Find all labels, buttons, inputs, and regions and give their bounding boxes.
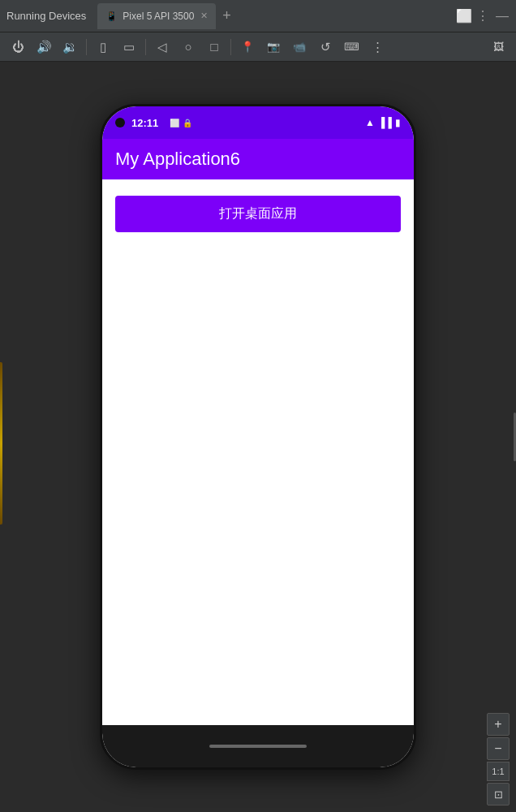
zoom-in-button[interactable]: + [487,713,510,736]
menu-button[interactable]: ⋮ [475,8,490,24]
home-button[interactable]: ○ [177,36,200,58]
rotate-portrait-button[interactable]: ▯ [92,36,114,58]
location-button[interactable]: 📍 [236,36,259,58]
lock-icon: 🔒 [183,119,192,127]
app-content: 打开桌面应用 [102,179,414,725]
screen-record-icon: ⬜ [170,119,179,127]
back-button[interactable]: ◁ [151,36,174,58]
replay-button[interactable]: ↺ [314,36,337,58]
separator-3 [230,39,231,55]
app-title: Running Devices [6,10,86,22]
signal-icon: ▐▐ [378,117,392,128]
home-indicator [209,745,307,748]
zoom-controls: + − 1:1 ⊡ [487,713,510,806]
open-desktop-app-button[interactable]: 打开桌面应用 [115,196,401,232]
screenshot-button[interactable]: 🖼 [487,36,510,58]
status-time: 12:11 [131,117,158,129]
more-options-button[interactable]: ⋮ [366,36,389,58]
zoom-fit-button[interactable]: ⊡ [487,783,510,806]
left-edge-indicator [0,362,2,525]
status-bar: 12:11 ⬜ 🔒 ▲ ▐▐ ▮ [102,106,414,139]
tab-close-button[interactable]: ✕ [200,11,208,21]
phone-screen: 12:11 ⬜ 🔒 ▲ ▐▐ ▮ My Application6 打开桌 [102,106,414,767]
zoom-out-button[interactable]: − [487,737,510,760]
phone-frame: 12:11 ⬜ 🔒 ▲ ▐▐ ▮ My Application6 打开桌 [100,104,416,770]
maximize-button[interactable]: ⬜ [456,8,471,24]
add-tab-button[interactable]: + [222,7,231,24]
status-bar-left: 12:11 ⬜ 🔒 [115,117,192,129]
app-bar-title: My Application6 [115,149,401,170]
status-icons-left: ⬜ 🔒 [170,119,192,127]
zoom-level-display: 1:1 [487,762,510,781]
emulator-main-area: 12:11 ⬜ 🔒 ▲ ▐▐ ▮ My Application6 打开桌 [0,62,516,812]
video-button[interactable]: 📹 [288,36,311,58]
camera-button[interactable]: 📷 [262,36,285,58]
separator-1 [86,39,87,55]
recents-button[interactable]: □ [203,36,226,58]
app-bar: My Application6 [102,139,414,179]
power-button[interactable]: ⏻ [6,36,29,58]
front-camera [115,118,125,127]
window-controls: ⬜ ⋮ — [456,8,510,24]
separator-2 [145,39,146,55]
device-tab[interactable]: 📱 Pixel 5 API 3500 ✕ [97,3,216,29]
device-toolbar: ⏻ 🔊 🔉 ▯ ▭ ◁ ○ □ 📍 📷 📹 ↺ ⌨ ⋮ 🖼 [0,32,516,62]
title-bar: Running Devices 📱 Pixel 5 API 3500 ✕ + ⬜… [0,0,516,32]
battery-icon: ▮ [395,117,401,128]
status-icons-right: ▲ ▐▐ ▮ [365,117,401,128]
rotate-landscape-button[interactable]: ▭ [118,36,140,58]
keyboard-button[interactable]: ⌨ [340,36,363,58]
volume-down-button[interactable]: 🔉 [58,36,81,58]
minimize-button[interactable]: — [495,9,510,24]
tab-label: Pixel 5 API 3500 [123,11,194,22]
tab-device-icon: 📱 [105,11,118,22]
nav-bar [102,725,414,767]
volume-up-button[interactable]: 🔊 [32,36,55,58]
wifi-icon: ▲ [365,117,375,128]
